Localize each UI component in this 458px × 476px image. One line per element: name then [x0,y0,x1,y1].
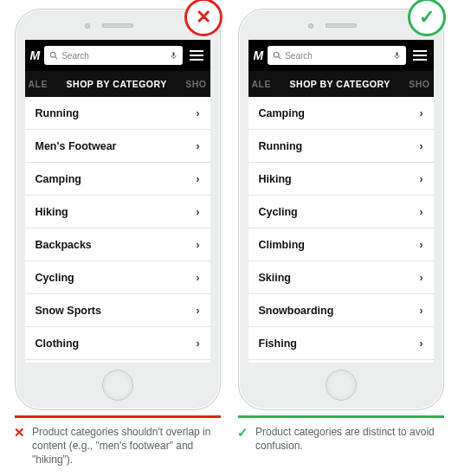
category-item[interactable]: Clothing› [25,327,210,360]
category-item[interactable]: Men's Footwear› [25,130,210,163]
screen-bad: M Search ALE SHOP BY CATEGORY SHO Runnin… [25,40,210,363]
chevron-right-icon: › [197,305,200,317]
check-icon: ✓ [237,426,248,439]
mic-icon[interactable] [170,50,177,61]
search-placeholder: Search [61,51,165,61]
phone-camera [308,23,313,29]
chevron-right-icon: › [420,173,423,185]
category-item[interactable]: Snowboarding› [248,294,434,327]
home-button[interactable] [102,370,133,401]
subnav-next[interactable]: SHO [185,79,206,89]
chevron-right-icon: › [420,239,423,251]
subnav-title: SHOP BY CATEGORY [48,79,185,89]
chevron-right-icon: › [197,173,200,185]
x-icon: ✕ [14,426,25,439]
comparison-row: M Search ALE SHOP BY CATEGORY SHO Runnin… [10,9,448,418]
category-item[interactable]: Running› [248,130,434,163]
chevron-right-icon: › [420,107,423,119]
chevron-right-icon: › [420,305,423,317]
chevron-right-icon: › [197,140,200,152]
svg-point-4 [274,52,279,57]
chevron-right-icon: › [197,206,200,218]
divider-good [238,415,444,418]
category-item[interactable]: Cycling› [248,196,434,228]
svg-rect-6 [396,52,397,56]
caption-text: Product categories are distinct to avoid… [255,425,436,453]
chevron-right-icon: › [197,338,200,350]
search-icon [273,51,281,60]
svg-line-1 [55,56,57,59]
category-list-bad: Running› Men's Footwear› Camping› Hiking… [25,97,210,360]
svg-line-5 [278,56,281,59]
chevron-right-icon: › [420,272,423,284]
search-input[interactable]: Search [44,46,182,65]
chevron-right-icon: › [197,239,200,251]
subnav-prev[interactable]: ALE [252,79,272,89]
search-icon [49,51,58,60]
chevron-right-icon: › [420,338,423,350]
category-item[interactable]: Climbing› [248,228,434,261]
category-item[interactable]: Skiing› [248,261,434,294]
phone-good: M Search ALE SHOP BY CATEGORY SHO Campin… [238,9,444,410]
chevron-right-icon: › [420,206,423,218]
svg-rect-2 [172,52,174,56]
category-list-good: Camping› Running› Hiking› Cycling› Climb… [248,97,434,360]
check-icon: ✓ [419,6,435,29]
category-item[interactable]: Backpacks› [25,228,210,261]
chevron-right-icon: › [420,140,423,152]
search-placeholder: Search [285,51,389,61]
svg-point-0 [50,52,55,57]
status-badge-bad: ✕ [184,0,223,36]
x-icon: ✕ [196,6,211,29]
chevron-right-icon: › [197,107,200,119]
sub-nav: ALE SHOP BY CATEGORY SHO [248,71,434,97]
category-item[interactable]: Running› [25,97,210,130]
brand-logo[interactable]: M [30,48,40,62]
chevron-right-icon: › [197,272,200,284]
captions-row: ✕ Product categories shouldn't overlap i… [10,425,448,467]
top-bar: M Search [25,40,210,71]
phone-speaker [326,23,357,28]
search-input[interactable]: Search [268,46,405,65]
subnav-prev[interactable]: ALE [29,79,48,89]
subnav-next[interactable]: SHO [409,79,429,89]
screen-good: M Search ALE SHOP BY CATEGORY SHO Campin… [248,40,434,363]
caption-text: Product categories shouldn't overlap in … [32,425,213,467]
category-item[interactable]: Fishing› [248,327,434,360]
divider-bad [15,415,221,418]
caption-bad: ✕ Product categories shouldn't overlap i… [10,425,216,467]
subnav-title: SHOP BY CATEGORY [271,79,409,89]
top-bar: M Search [248,40,434,71]
category-item[interactable]: Hiking› [25,196,210,228]
mic-icon[interactable] [393,50,401,61]
category-item[interactable]: Snow Sports› [25,294,210,327]
menu-icon[interactable] [188,50,205,61]
brand-logo[interactable]: M [254,48,263,62]
status-badge-good: ✓ [408,0,446,36]
sub-nav: ALE SHOP BY CATEGORY SHO [25,71,210,97]
category-item[interactable]: Camping› [248,97,434,130]
phone-camera [85,23,90,29]
category-item[interactable]: Cycling› [25,261,210,294]
phone-bad: M Search ALE SHOP BY CATEGORY SHO Runnin… [15,9,221,410]
phone-speaker [102,23,133,28]
home-button[interactable] [326,370,357,401]
category-item[interactable]: Camping› [25,163,210,196]
caption-good: ✓ Product categories are distinct to avo… [234,425,440,467]
category-item[interactable]: Hiking› [248,163,434,196]
menu-icon[interactable] [411,50,429,61]
